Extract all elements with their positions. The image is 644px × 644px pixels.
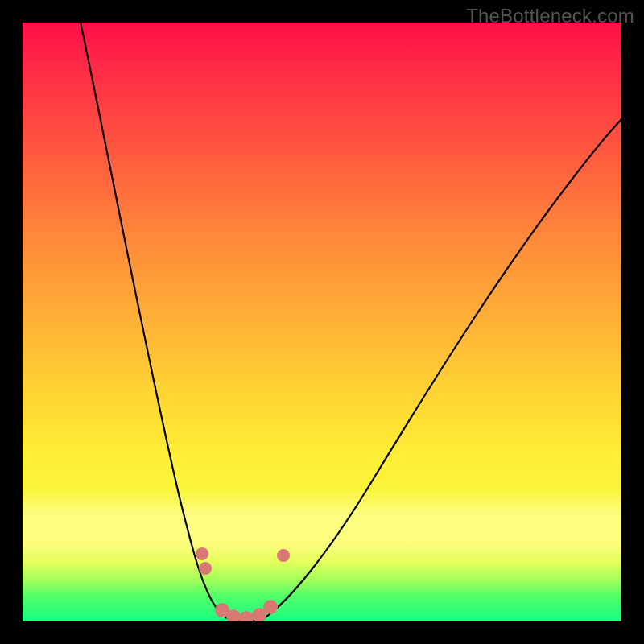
- data-point: [199, 562, 212, 575]
- plot-area: [23, 23, 621, 621]
- watermark-text: TheBottleneck.com: [466, 5, 634, 27]
- chart-container: TheBottleneck.com: [0, 0, 644, 644]
- data-point: [196, 547, 208, 560]
- right-curve: [264, 118, 621, 618]
- data-point: [263, 600, 278, 614]
- data-point: [277, 549, 290, 562]
- curve-overlay: [23, 23, 621, 621]
- data-point: [239, 611, 254, 621]
- left-curve: [79, 23, 230, 620]
- data-points-cluster: [196, 547, 290, 621]
